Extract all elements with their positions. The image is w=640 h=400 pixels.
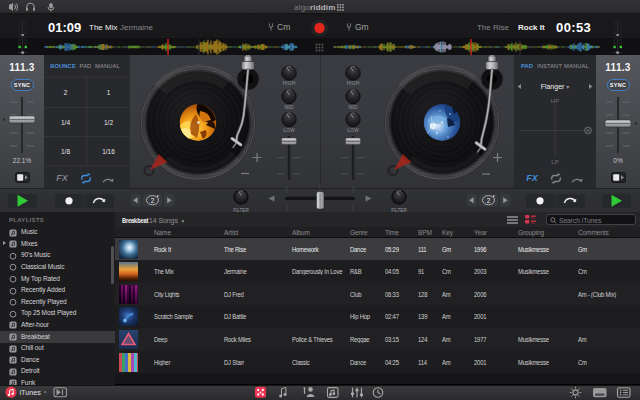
svg-text:HP: HP xyxy=(551,98,559,104)
svg-text:2: 2 xyxy=(64,89,68,96)
svg-text:♪: ♪ xyxy=(37,121,40,128)
svg-text:1/4: 1/4 xyxy=(61,119,70,126)
svg-text:1/2: 1/2 xyxy=(104,119,113,126)
svg-text:1/16: 1/16 xyxy=(102,148,115,155)
svg-text:MID: MID xyxy=(284,104,294,110)
svg-text:HIGH: HIGH xyxy=(283,80,296,86)
svg-text:LP: LP xyxy=(551,159,558,165)
svg-text:LOW: LOW xyxy=(283,127,295,133)
svg-text:1/8: 1/8 xyxy=(61,148,70,155)
svg-text:FX: FX xyxy=(526,173,538,183)
svg-text:FX: FX xyxy=(56,173,68,183)
svg-text:MID: MID xyxy=(348,104,358,110)
svg-text:iTunes: iTunes xyxy=(20,388,42,397)
svg-text:♪: ♪ xyxy=(598,120,601,127)
svg-text:HIGH: HIGH xyxy=(347,80,360,86)
svg-text:1: 1 xyxy=(107,89,111,96)
svg-text:LOW: LOW xyxy=(347,127,359,133)
